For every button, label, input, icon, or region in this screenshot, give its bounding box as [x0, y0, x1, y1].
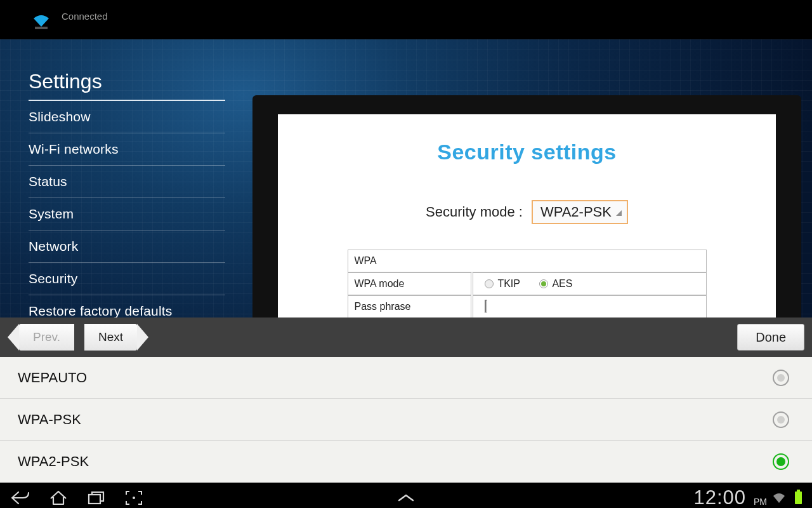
wifi-signal-icon: [772, 491, 786, 504]
radio-aes[interactable]: [539, 279, 548, 288]
prev-button-label: Prev.: [33, 330, 60, 344]
radio-tkip[interactable]: [485, 279, 494, 288]
option-wpa-psk-label: WPA-PSK: [18, 411, 81, 428]
clock-ampm: PM: [754, 497, 767, 507]
prev-button[interactable]: Prev.: [19, 324, 74, 351]
expand-up-icon[interactable]: [396, 493, 416, 503]
radio-aes-label: AES: [552, 278, 572, 289]
main-area: Settings Slideshow Wi-Fi networks Status…: [0, 39, 812, 318]
pass-phrase-input[interactable]: [485, 300, 487, 313]
pass-phrase-cell: [473, 295, 707, 318]
svg-rect-1: [89, 495, 100, 504]
wifi-status-block: Connected: [29, 10, 108, 29]
battery-icon: [795, 491, 802, 504]
option-wepauto[interactable]: WEPAUTO: [0, 357, 812, 399]
sysbar-right[interactable]: 12:00 PM: [693, 486, 802, 508]
page-title: Security settings: [278, 140, 776, 164]
sidebar-item-security[interactable]: Security: [29, 263, 225, 295]
clock-time: 12:00: [693, 486, 746, 508]
option-wpa2-psk-label: WPA2-PSK: [18, 453, 89, 470]
back-icon[interactable]: [10, 490, 30, 506]
sidebar-item-system[interactable]: System: [29, 198, 225, 231]
sidebar-item-slideshow[interactable]: Slideshow: [29, 101, 225, 133]
option-wepauto-radio[interactable]: [773, 370, 789, 386]
wpa-settings-table: WPA WPA mode TKIP AES Pass phrase Renewa…: [346, 250, 708, 318]
done-button-label: Done: [756, 330, 786, 345]
wpa-mode-label: WPA mode: [348, 272, 471, 295]
home-icon[interactable]: [48, 490, 69, 506]
android-system-bar: 12:00 PM: [0, 483, 812, 508]
sidebar-item-status[interactable]: Status: [29, 166, 225, 198]
security-mode-value: WPA2-PSK: [540, 204, 612, 220]
security-mode-select[interactable]: WPA2-PSK: [532, 200, 628, 224]
pass-phrase-label: Pass phrase: [348, 295, 471, 318]
app-topbar: Connected: [0, 0, 812, 39]
security-mode-label: Security mode :: [426, 204, 523, 220]
sidebar-item-network[interactable]: Network: [29, 231, 225, 263]
svg-point-2: [133, 497, 135, 499]
recent-apps-icon[interactable]: [86, 490, 107, 506]
sidebar-title: Settings: [29, 70, 225, 101]
option-wpa2-psk[interactable]: WPA2-PSK: [0, 441, 812, 483]
screenshot-icon[interactable]: [124, 490, 143, 506]
wifi-status-label: Connected: [62, 11, 108, 22]
sidebar-item-wifi-networks[interactable]: Wi-Fi networks: [29, 133, 225, 166]
wizard-navbar: Prev. Next Done: [0, 318, 812, 357]
svg-rect-0: [35, 27, 48, 29]
wifi-icon: [29, 10, 54, 29]
dropdown-triangle-icon: [614, 208, 622, 216]
radio-tkip-label: TKIP: [497, 278, 520, 289]
wpa-table-header: WPA: [348, 250, 707, 272]
content-frame: Security settings Security mode : WPA2-P…: [252, 95, 801, 318]
option-wpa2-psk-radio[interactable]: [773, 453, 789, 470]
next-button[interactable]: Next: [84, 324, 137, 351]
sysbar-left-icons: [10, 490, 143, 506]
option-wepauto-label: WEPAUTO: [18, 370, 87, 386]
security-mode-row: Security mode : WPA2-PSK: [278, 200, 776, 224]
content-paper: Security settings Security mode : WPA2-P…: [278, 114, 776, 318]
option-wpa-psk[interactable]: WPA-PSK: [0, 399, 812, 441]
dropdown-options-list: WEPAUTO WPA-PSK WPA2-PSK: [0, 357, 812, 483]
wpa-mode-cell: TKIP AES: [473, 272, 707, 295]
next-button-label: Next: [98, 330, 123, 344]
settings-sidebar: Settings Slideshow Wi-Fi networks Status…: [29, 70, 225, 327]
option-wpa-psk-radio[interactable]: [773, 411, 789, 428]
done-button[interactable]: Done: [737, 324, 804, 351]
